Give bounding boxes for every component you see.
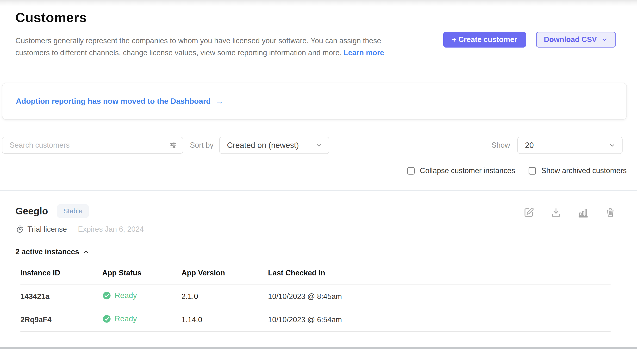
table-row: 2Rq9aF4 Ready 1.14.0 10/10/2023 @ 6:54am: [21, 308, 610, 331]
app-status-text: Ready: [115, 314, 137, 323]
filter-sliders-icon[interactable]: [169, 141, 177, 149]
create-customer-button[interactable]: + Create customer: [443, 32, 526, 48]
top-shadow: [0, 0, 637, 6]
app-version: 1.14.0: [181, 308, 268, 331]
learn-more-link[interactable]: Learn more: [343, 48, 384, 57]
header-actions: + Create customer Download CSV: [443, 32, 616, 48]
instance-id: 143421a: [21, 285, 102, 308]
list-controls: Sort by Created on (newest) Show 20: [0, 136, 637, 154]
delete-customer-button[interactable]: [605, 207, 616, 218]
reports-button[interactable]: [577, 207, 589, 218]
download-customer-button[interactable]: [550, 207, 561, 218]
chevron-down-icon: [601, 36, 608, 43]
bar-chart-icon: [577, 207, 589, 218]
check-circle-icon: [102, 314, 111, 324]
checkbox-icon: [407, 167, 415, 174]
license-info: Trial license Expires Jan 6, 2024: [15, 225, 616, 234]
last-checked-in: 10/10/2023 @ 6:54am: [268, 308, 610, 331]
column-header-app-version: App Version: [181, 269, 268, 285]
chevron-down-icon: [315, 142, 323, 149]
instance-id: 2Rq9aF4: [21, 308, 102, 331]
edit-customer-button[interactable]: [523, 207, 535, 218]
adoption-banner[interactable]: Adoption reporting has now moved to the …: [2, 82, 627, 120]
column-header-last-checked-in: Last Checked In: [268, 269, 610, 285]
customer-card: Geeglo Stable: [0, 191, 637, 332]
search-box: [2, 137, 183, 154]
search-input[interactable]: [2, 137, 183, 154]
chevron-up-icon: [82, 248, 89, 255]
show-label: Show: [491, 141, 510, 150]
sort-select-value: Created on (newest): [227, 141, 299, 150]
page-description-text: Customers generally represent the compan…: [15, 36, 381, 57]
customer-actions: [523, 207, 616, 218]
license-type: Trial license: [27, 225, 67, 234]
page-header: Customers Customers generally represent …: [0, 6, 637, 58]
checkbox-icon: [529, 167, 536, 174]
arrow-right-icon: →: [215, 96, 224, 106]
chevron-down-icon: [609, 142, 616, 149]
check-circle-icon: [102, 291, 111, 300]
last-checked-in: 10/10/2023 @ 8:45am: [268, 285, 610, 308]
app-status-text: Ready: [115, 291, 137, 300]
show-select-value: 20: [525, 141, 534, 150]
timer-icon: [15, 225, 24, 234]
app-version: 2.1.0: [181, 285, 268, 308]
show-archived-checkbox[interactable]: Show archived customers: [529, 166, 627, 175]
license-expiry: Expires Jan 6, 2024: [78, 225, 144, 234]
collapse-instances-checkbox[interactable]: Collapse customer instances: [407, 166, 515, 175]
app-status-cell: Ready: [102, 285, 181, 308]
app-status-cell: Ready: [102, 308, 181, 331]
show-select[interactable]: 20: [517, 136, 622, 154]
instances-toggle[interactable]: 2 active instances: [15, 248, 89, 256]
download-icon: [550, 207, 561, 218]
page-description: Customers generally represent the compan…: [15, 35, 417, 58]
card-bottom-divider: [0, 347, 637, 349]
show-archived-label: Show archived customers: [541, 166, 627, 175]
channel-badge: Stable: [57, 204, 89, 218]
download-csv-label: Download CSV: [544, 35, 597, 44]
view-options: Collapse customer instances Show archive…: [0, 166, 637, 175]
column-header-app-status: App Status: [102, 269, 181, 285]
customer-name: Geeglo: [15, 206, 48, 216]
sort-select[interactable]: Created on (newest): [219, 136, 329, 154]
download-csv-button[interactable]: Download CSV: [536, 32, 616, 48]
adoption-banner-text: Adoption reporting has now moved to the …: [16, 97, 211, 106]
sort-by-label: Sort by: [190, 141, 214, 150]
edit-icon: [523, 207, 535, 218]
collapse-instances-label: Collapse customer instances: [420, 166, 515, 175]
table-row: 143421a Ready 2.1.0 10/10/2023 @ 8:45am: [21, 285, 610, 308]
page-title: Customers: [15, 10, 622, 25]
trash-icon: [605, 207, 616, 218]
column-header-instance-id: Instance ID: [21, 269, 102, 285]
instances-table: Instance ID App Status App Version Last …: [21, 269, 610, 332]
instances-label: 2 active instances: [15, 248, 79, 256]
